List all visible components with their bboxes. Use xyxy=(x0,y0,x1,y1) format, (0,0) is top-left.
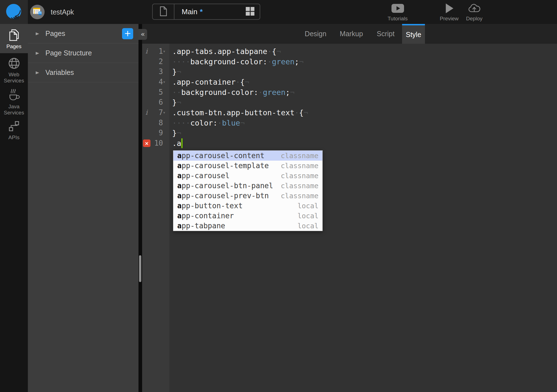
unsaved-marker: * xyxy=(200,8,203,16)
grid-icon xyxy=(245,7,255,17)
info-annotation-icon: i xyxy=(145,107,148,118)
add-page-button[interactable]: + xyxy=(122,28,133,39)
line-number: 6 xyxy=(159,97,163,107)
gutter-row: ×10 xyxy=(142,138,169,148)
autocomplete-item-name: app-carousel xyxy=(177,171,230,180)
autocomplete-item[interactable]: app-button-textlocal xyxy=(173,201,322,211)
autocomplete-item-meta: classname xyxy=(281,172,318,180)
rail-item-java-services[interactable]: Java Services xyxy=(0,85,28,117)
line-number: 4 xyxy=(159,77,163,87)
autocomplete-item-meta: local xyxy=(298,202,318,210)
line-number: 2 xyxy=(159,57,163,67)
panel-section-label: Variables xyxy=(45,68,74,77)
code-line[interactable]: .custom-btn.app-button-text·{¬ xyxy=(172,107,308,118)
rail-item-web-services[interactable]: Web Services xyxy=(0,53,28,85)
gutter-row: 8 xyxy=(142,118,169,128)
globe-icon xyxy=(8,57,20,70)
line-number: 10 xyxy=(154,138,163,148)
app-root: { "colors": { "accent": "#2196f3", "care… xyxy=(0,0,557,392)
line-number: 3 xyxy=(159,67,163,77)
rail-item-label: Pages xyxy=(6,43,21,50)
topbar-action-tutorials[interactable]: Tutorials xyxy=(379,2,417,22)
page-switcher-button[interactable] xyxy=(245,7,255,17)
editor-tab-bar: DesignMarkupScriptStyle xyxy=(142,24,557,44)
code-line[interactable]: ····background-color:·green;¬ xyxy=(172,57,303,67)
gutter-row: 3 xyxy=(142,67,169,77)
brand-logo[interactable] xyxy=(0,0,28,24)
document-icon xyxy=(159,6,167,18)
chevron-right-icon[interactable]: ▶ xyxy=(36,51,39,55)
code-line[interactable]: }¬ xyxy=(172,67,181,77)
autocomplete-item-name: app-container xyxy=(177,212,234,220)
fold-toggle-icon[interactable]: ▾ xyxy=(163,107,165,118)
autocomplete-item-meta: classname xyxy=(281,182,318,190)
deploy-icon xyxy=(468,2,481,15)
tab-script[interactable]: Script xyxy=(371,24,401,44)
autocomplete-item[interactable]: app-carousel-contentclassname xyxy=(173,151,322,161)
autocomplete-item[interactable]: app-tabpanelocal xyxy=(173,221,322,231)
preview-icon xyxy=(445,2,454,15)
autocomplete-item-meta: classname xyxy=(281,152,318,160)
fold-toggle-icon[interactable]: ▾ xyxy=(163,46,165,57)
autocomplete-item[interactable]: app-carousel-prev-btnclassname xyxy=(173,191,322,201)
line-number: 5 xyxy=(159,87,163,97)
chevron-right-icon[interactable]: ▶ xyxy=(36,31,39,36)
left-rail: PagesWeb ServicesJava ServicesAPIs xyxy=(0,24,28,392)
code-line[interactable]: }¬ xyxy=(172,97,181,107)
autocomplete-item[interactable]: app-carousel-templateclassname xyxy=(173,161,322,171)
autocomplete-item[interactable]: app-carousel-btn-panelclassname xyxy=(173,181,322,191)
gutter-row: i7▾ xyxy=(142,107,169,118)
autocomplete-item-meta: local xyxy=(298,222,318,230)
autocomplete-item-meta: classname xyxy=(281,162,318,170)
code-line[interactable]: .a xyxy=(172,138,181,148)
api-icon xyxy=(8,120,20,133)
code-line[interactable]: ····color:·blue¬ xyxy=(172,118,245,128)
collapse-panel-button[interactable]: « xyxy=(138,29,147,40)
panel-section-pages[interactable]: ▶Pages+ xyxy=(28,24,138,43)
coffee-icon xyxy=(7,89,21,102)
topbar-action-deploy[interactable]: Deploy xyxy=(460,2,489,22)
line-number: 1 xyxy=(159,46,163,57)
code-line[interactable]: }¬ xyxy=(172,128,181,138)
rail-item-pages[interactable]: Pages xyxy=(0,24,28,53)
page-tab-label: Main xyxy=(182,8,197,16)
tab-markup[interactable]: Markup xyxy=(334,24,368,44)
line-number: 7 xyxy=(159,107,163,118)
autocomplete-item-name: app-carousel-template xyxy=(177,161,269,170)
tutorials-icon xyxy=(391,2,404,15)
topbar-action-preview[interactable]: Preview xyxy=(435,2,464,22)
code-line[interactable]: .app-container·{¬ xyxy=(172,77,249,87)
info-annotation-icon: i xyxy=(145,46,148,57)
gutter-row: 6 xyxy=(142,97,169,107)
panel-scrollbar-thumb[interactable] xyxy=(139,255,141,282)
page-tab-doc-cell xyxy=(153,4,174,19)
page-tab-main[interactable]: Main * xyxy=(152,4,260,20)
autocomplete-item-name: app-carousel-content xyxy=(177,151,264,160)
code-line[interactable]: ··background-color:·green;¬ xyxy=(172,87,295,97)
tab-style[interactable]: Style xyxy=(402,24,425,44)
topbar-action-label: Tutorials xyxy=(388,16,408,22)
chevron-right-icon[interactable]: ▶ xyxy=(36,70,39,75)
code-line[interactable]: .app-tabs.app-tabpane·{¬ xyxy=(172,46,281,57)
project-info: testApk xyxy=(30,0,74,24)
autocomplete-item-meta: local xyxy=(298,212,318,220)
gutter-row: 4▾ xyxy=(142,77,169,87)
line-number: 8 xyxy=(159,118,163,128)
autocomplete-item[interactable]: app-carouselclassname xyxy=(173,171,322,181)
top-bar: testApk Main * TutorialsPreviewDeploy xyxy=(0,0,557,24)
autocomplete-item-name: app-carousel-btn-panel xyxy=(177,182,273,190)
text-caret xyxy=(181,138,183,148)
project-name: testApk xyxy=(51,8,74,16)
gutter-row: i1▾ xyxy=(142,46,169,57)
autocomplete-item[interactable]: app-containerlocal xyxy=(173,211,322,221)
panel-splitter[interactable] xyxy=(138,24,142,392)
autocomplete-item-name: app-carousel-prev-btn xyxy=(177,192,269,200)
panel-section-page-structure[interactable]: ▶Page Structure xyxy=(28,43,138,63)
gutter-row: 2 xyxy=(142,57,169,67)
project-avatar[interactable] xyxy=(30,5,45,19)
rail-item-apis[interactable]: APIs xyxy=(0,117,28,144)
error-annotation-icon[interactable]: × xyxy=(143,139,150,147)
fold-toggle-icon[interactable]: ▾ xyxy=(163,77,165,87)
panel-section-variables[interactable]: ▶Variables xyxy=(28,63,138,82)
tab-design[interactable]: Design xyxy=(298,24,333,44)
